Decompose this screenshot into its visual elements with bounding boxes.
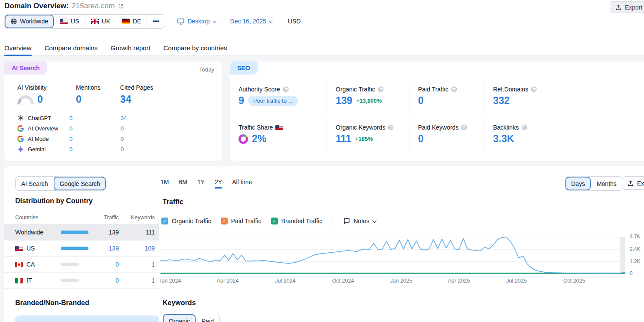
metric-value[interactable]: 332 (493, 96, 510, 106)
export-to-pdf-button[interactable]: Export t (610, 1, 644, 13)
metric-value: 34 (120, 94, 131, 104)
traffic-bar (61, 231, 88, 234)
metric-value[interactable]: 0 (418, 134, 424, 144)
traffic-chart[interactable] (160, 233, 625, 275)
traffic-section-title: Traffic (163, 198, 183, 206)
checkbox-checked-icon[interactable]: ✓ (221, 218, 228, 224)
date-dropdown[interactable]: Dec 16, 2025 (230, 18, 272, 25)
engine-name: AI Mode (28, 136, 69, 142)
checkbox-checked-icon[interactable]: ✓ (271, 218, 278, 224)
notes-dropdown[interactable]: Notes (343, 218, 376, 224)
metric-value[interactable]: 139 (336, 96, 352, 106)
tab-growth-report[interactable]: Growth report (111, 40, 150, 55)
region-de[interactable]: DE (116, 15, 147, 28)
traffic-bar (61, 247, 88, 250)
country-row-ca[interactable]: CA 0 1 (4, 257, 159, 273)
region-more-button[interactable]: ••• (147, 15, 165, 28)
country-traffic[interactable]: 0 (88, 261, 119, 268)
traffic-share-donut-icon (239, 134, 248, 144)
metric-value[interactable]: 3.3K (493, 134, 514, 144)
engine-visibility[interactable]: 0 (69, 136, 121, 142)
engine-row-ai-mode[interactable]: AI Mode 0 0 (17, 133, 208, 144)
metric-value[interactable]: 111 (336, 134, 351, 144)
ai-visibility-metric: AI Visibility 0 (17, 84, 76, 104)
country-traffic[interactable]: 139 (88, 245, 119, 252)
export-chart-button[interactable]: Exp (622, 176, 644, 190)
branded-nonbranded-bar[interactable] (15, 315, 159, 322)
engine-visibility[interactable]: 0 (69, 125, 121, 132)
device-label: Desktop (187, 18, 209, 25)
toggle-google-search[interactable]: Google Search (53, 177, 105, 190)
tab-overview[interactable]: Overview (4, 40, 32, 55)
info-globe-icon[interactable] (283, 86, 289, 92)
notes-flag-icon (343, 218, 350, 224)
country-keywords[interactable]: 109 (119, 245, 155, 252)
country-traffic[interactable]: 0 (88, 277, 119, 284)
chart-x-axis: Jan 2024 Apr 2024 Jul 2024 Oct 2024 Jan … (160, 278, 625, 286)
gauge-icon (17, 95, 34, 104)
legend-label: Branded Traffic (281, 218, 323, 224)
legend-label: Organic Traffic (172, 218, 211, 224)
cited-pages-metric: Cited Pages 34 (120, 84, 153, 104)
info-globe-icon[interactable] (451, 86, 457, 92)
device-dropdown[interactable]: Desktop (177, 18, 216, 25)
authority-score-pill[interactable]: Poor traffic to ... (248, 96, 298, 106)
range-1y[interactable]: 1Y (197, 179, 205, 185)
legend-branded-traffic[interactable]: ✓ Branded Traffic (271, 218, 323, 224)
metric-value[interactable]: 0 (418, 96, 424, 106)
country-keywords: 111 (119, 229, 155, 236)
country-table-header: Countries Traffic Keywords (4, 211, 159, 224)
external-link-icon[interactable] (118, 3, 124, 9)
engine-cited[interactable]: 0 (121, 125, 208, 132)
region-label: US (71, 18, 79, 25)
range-all-time[interactable]: All time (232, 179, 252, 185)
export-icon (615, 4, 621, 10)
legend-organic-traffic[interactable]: ✓ Organic Traffic (161, 218, 211, 224)
info-globe-icon[interactable] (461, 124, 467, 130)
chart-legend: ✓ Organic Traffic ✓ Paid Traffic ✓ Brand… (161, 216, 376, 226)
tab-compare-by-countries[interactable]: Compare by countries (163, 40, 227, 55)
legend-paid-traffic[interactable]: ✓ Paid Traffic (221, 218, 262, 224)
toggle-days[interactable]: Days (566, 177, 591, 190)
metric-value[interactable]: 2% (252, 134, 266, 144)
engine-row-gemini[interactable]: Gemini 0 0 (17, 144, 208, 154)
country-row-it[interactable]: IT 0 1 (4, 273, 159, 289)
country-row-worldwide[interactable]: Worldwide 139 111 (4, 224, 159, 241)
col-traffic: Traffic (88, 215, 119, 221)
region-uk[interactable]: UK (85, 15, 116, 28)
checkbox-checked-icon[interactable]: ✓ (161, 218, 168, 224)
range-6m[interactable]: 6M (179, 179, 187, 185)
chevron-down-icon (372, 218, 376, 223)
filter-bar: Worldwide US UK DE ••• Desktop (4, 14, 301, 28)
info-globe-icon[interactable] (521, 124, 527, 130)
tab-compare-domains[interactable]: Compare domains (45, 40, 98, 55)
metric-label: Authority Score (239, 86, 280, 93)
region-worldwide[interactable]: Worldwide (5, 15, 54, 28)
engine-cited[interactable]: 0 (121, 136, 208, 142)
toggle-ai-search[interactable]: AI Search (16, 177, 53, 190)
legend-label: Paid Traffic (231, 218, 262, 224)
x-tick: Jul 2024 (275, 278, 295, 284)
toggle-organic-keywords[interactable]: Organic (163, 314, 196, 322)
col-keywords: Keywords (119, 215, 155, 221)
info-globe-icon[interactable] (388, 124, 394, 130)
engine-cited[interactable]: 0 (121, 146, 208, 153)
engine-visibility[interactable]: 0 (69, 146, 121, 153)
granularity-toggle: Days Months (565, 176, 623, 191)
info-globe-icon[interactable] (531, 86, 537, 92)
region-us[interactable]: US (54, 15, 85, 28)
engine-visibility[interactable]: 0 (69, 115, 121, 121)
country-row-us[interactable]: US 139 109 (4, 241, 159, 257)
country-keywords[interactable]: 1 (119, 261, 155, 268)
de-flag-icon (122, 19, 130, 24)
engine-row-chatgpt[interactable]: ChatGPT 0 34 (17, 113, 208, 123)
toggle-paid-keywords[interactable]: Paid (196, 314, 219, 322)
engine-name: Gemini (28, 146, 69, 153)
info-globe-icon[interactable] (378, 86, 384, 92)
range-1m[interactable]: 1M (160, 179, 169, 185)
country-keywords[interactable]: 1 (119, 277, 155, 284)
range-2y[interactable]: 2Y (215, 179, 222, 185)
engine-cited[interactable]: 34 (121, 115, 208, 121)
toggle-months[interactable]: Months (591, 177, 622, 190)
engine-row-ai-overview[interactable]: AI Overview 0 0 (17, 123, 208, 133)
